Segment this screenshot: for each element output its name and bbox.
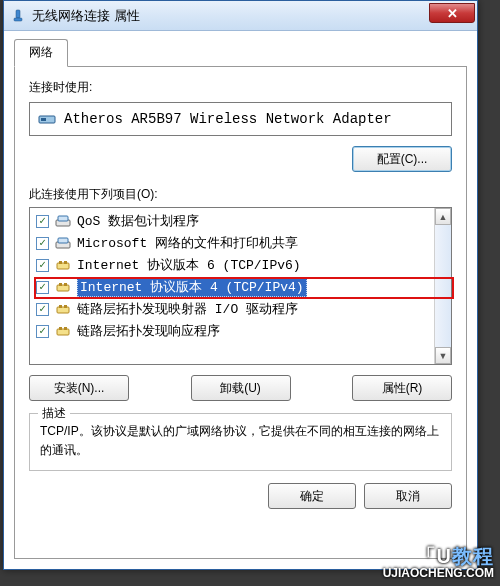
scroll-up-button[interactable]: ▲ xyxy=(435,208,451,225)
items-label: 此连接使用下列项目(O): xyxy=(29,186,452,203)
list-item-label: 链路层拓扑发现响应程序 xyxy=(77,322,220,340)
scroll-track[interactable] xyxy=(435,225,451,347)
adapter-name: Atheros AR5B97 Wireless Network Adapter xyxy=(64,111,392,127)
dialog-buttons: 确定 取消 xyxy=(29,471,452,509)
svg-rect-18 xyxy=(59,327,62,330)
tab-network[interactable]: 网络 xyxy=(14,39,68,67)
checkbox[interactable] xyxy=(36,281,49,294)
checkbox[interactable] xyxy=(36,303,49,316)
adapter-icon xyxy=(38,112,56,126)
list-item[interactable]: Microsoft 网络的文件和打印机共享 xyxy=(30,232,451,254)
svg-rect-3 xyxy=(41,118,46,121)
list-item[interactable]: 链路层拓扑发现响应程序 xyxy=(30,320,451,342)
items-listbox[interactable]: QoS 数据包计划程序Microsoft 网络的文件和打印机共享Internet… xyxy=(29,207,452,365)
protocol-icon xyxy=(55,324,71,338)
list-item-label: Internet 协议版本 4 (TCP/IPv4) xyxy=(77,277,307,297)
svg-rect-1 xyxy=(14,18,22,21)
list-item[interactable]: Internet 协议版本 4 (TCP/IPv4) xyxy=(30,276,451,298)
titlebar: 无线网络连接 属性 ✕ xyxy=(4,1,477,31)
svg-rect-10 xyxy=(64,261,67,264)
adapter-label: 连接时使用: xyxy=(29,79,452,96)
cancel-button[interactable]: 取消 xyxy=(364,483,452,509)
svg-rect-8 xyxy=(57,263,69,269)
svg-rect-15 xyxy=(59,305,62,308)
svg-rect-12 xyxy=(59,283,62,286)
configure-button[interactable]: 配置(C)... xyxy=(352,146,452,172)
properties-window: 无线网络连接 属性 ✕ 网络 连接时使用: Atheros AR5B97 Wir… xyxy=(3,0,478,570)
svg-rect-9 xyxy=(59,261,62,264)
list-item-label: 链路层拓扑发现映射器 I/O 驱动程序 xyxy=(77,300,298,318)
item-buttons-row: 安装(N)... 卸载(U) 属性(R) xyxy=(29,375,452,401)
svg-rect-19 xyxy=(64,327,67,330)
checkbox[interactable] xyxy=(36,325,49,338)
tabstrip: 网络 xyxy=(14,39,467,67)
checkbox[interactable] xyxy=(36,259,49,272)
install-button[interactable]: 安装(N)... xyxy=(29,375,129,401)
protocol-icon xyxy=(55,302,71,316)
client-area: 网络 连接时使用: Atheros AR5B97 Wireless Networ… xyxy=(4,31,477,569)
svg-rect-0 xyxy=(16,10,20,18)
list-item[interactable]: Internet 协议版本 6 (TCP/IPv6) xyxy=(30,254,451,276)
list-item-label: Microsoft 网络的文件和打印机共享 xyxy=(77,234,298,252)
adapter-box: Atheros AR5B97 Wireless Network Adapter xyxy=(29,102,452,136)
scrollbar[interactable]: ▲ ▼ xyxy=(434,208,451,364)
watermark: 「U教程 UJIAOCHENG.COM xyxy=(383,545,494,580)
list-item-label: Internet 协议版本 6 (TCP/IPv6) xyxy=(77,256,301,274)
ok-button[interactable]: 确定 xyxy=(268,483,356,509)
scroll-down-button[interactable]: ▼ xyxy=(435,347,451,364)
description-title: 描述 xyxy=(38,405,70,422)
checkbox[interactable] xyxy=(36,237,49,250)
protocol-icon xyxy=(55,258,71,272)
checkbox[interactable] xyxy=(36,215,49,228)
svg-rect-17 xyxy=(57,329,69,335)
tab-panel: 连接时使用: Atheros AR5B97 Wireless Network A… xyxy=(14,66,467,559)
service-icon xyxy=(55,236,71,250)
service-icon xyxy=(55,214,71,228)
svg-rect-16 xyxy=(64,305,67,308)
close-icon: ✕ xyxy=(447,6,458,21)
list-item-label: QoS 数据包计划程序 xyxy=(77,212,199,230)
svg-rect-11 xyxy=(57,285,69,291)
svg-rect-13 xyxy=(64,283,67,286)
svg-rect-5 xyxy=(58,216,68,221)
list-item[interactable]: 链路层拓扑发现映射器 I/O 驱动程序 xyxy=(30,298,451,320)
configure-row: 配置(C)... xyxy=(29,146,452,172)
svg-rect-14 xyxy=(57,307,69,313)
close-button[interactable]: ✕ xyxy=(429,3,475,23)
window-icon xyxy=(10,8,26,24)
svg-rect-7 xyxy=(58,238,68,243)
tab-label: 网络 xyxy=(29,45,53,59)
list-item[interactable]: QoS 数据包计划程序 xyxy=(30,210,451,232)
window-title: 无线网络连接 属性 xyxy=(32,7,140,25)
properties-button[interactable]: 属性(R) xyxy=(352,375,452,401)
protocol-icon xyxy=(55,280,71,294)
description-group: 描述 TCP/IP。该协议是默认的广域网络协议，它提供在不同的相互连接的网络上的… xyxy=(29,413,452,471)
uninstall-button[interactable]: 卸载(U) xyxy=(191,375,291,401)
description-text: TCP/IP。该协议是默认的广域网络协议，它提供在不同的相互连接的网络上的通讯。 xyxy=(40,422,441,460)
